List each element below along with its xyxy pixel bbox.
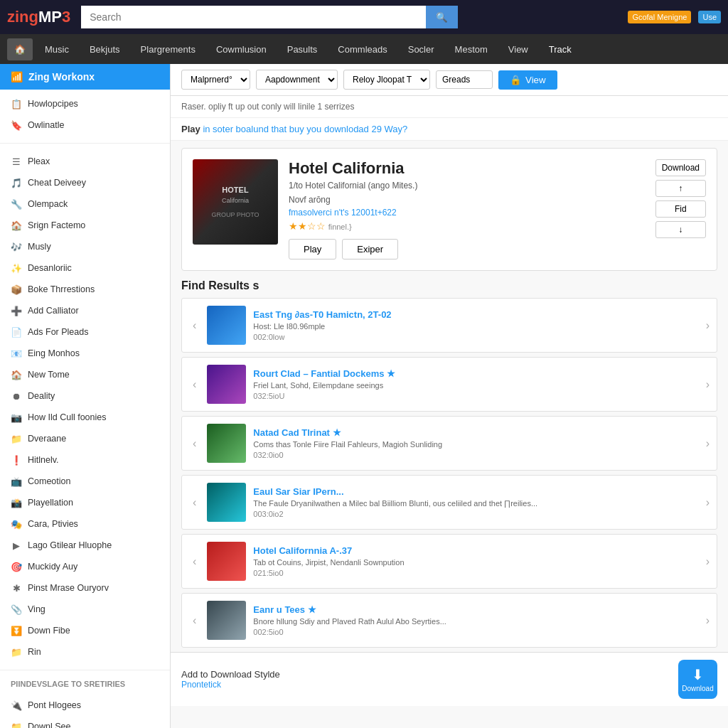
nav-item-plargrements[interactable]: Plargrements bbox=[132, 38, 204, 60]
toolbar-select-3[interactable]: Reloy Jloopat T bbox=[343, 70, 430, 90]
prev-btn-4[interactable]: ‹ bbox=[189, 496, 200, 509]
nav-item-mestom[interactable]: Mestom bbox=[446, 38, 496, 60]
sidebar-item-owlinatle[interactable]: 🔖 Owlinatle bbox=[0, 114, 170, 136]
prev-btn-1[interactable]: ‹ bbox=[189, 319, 200, 332]
play-button[interactable]: Play bbox=[289, 239, 336, 259]
export-button[interactable]: Exiper bbox=[342, 239, 398, 259]
playellation-icon: 📸 bbox=[11, 497, 22, 508]
result-title-2: Rourt Clad – Fantial Dockems ★ bbox=[253, 368, 698, 379]
featured-info: Hotel California 1/to Hotel Californial … bbox=[289, 159, 645, 259]
sidebar-item-downl-see[interactable]: 📁 Downl See bbox=[0, 716, 170, 728]
nav-item-socler[interactable]: Socler bbox=[400, 38, 443, 60]
toolbar-select-2[interactable]: Aapdownment bbox=[256, 70, 338, 90]
featured-plays: fmasolverci n't's 12001t+622 bbox=[289, 208, 645, 218]
search-input[interactable] bbox=[81, 6, 426, 28]
cara-icon: 🎭 bbox=[11, 518, 22, 530]
sidebar-item-down-fibe[interactable]: ⏬ Down Fibe bbox=[0, 620, 170, 641]
sidebar-item-how-ild[interactable]: 📷 How Ild Cull foonies bbox=[0, 407, 170, 428]
sidebar-item-comeotion[interactable]: 📺 Comeotion bbox=[0, 471, 170, 492]
prev-btn-3[interactable]: ‹ bbox=[189, 437, 200, 450]
search-button[interactable]: 🔍 bbox=[426, 6, 458, 28]
sort-up-button[interactable]: ↑ bbox=[655, 180, 706, 197]
result-info-4: Eaul Sar Siar IPern... The Faule Dryanil… bbox=[253, 486, 698, 518]
sidebar-item-ads-for-pleads[interactable]: 📄 Ads For Pleads bbox=[0, 321, 170, 343]
sidebar-item-olempack[interactable]: 🔧 Olempack bbox=[0, 193, 170, 215]
result-thumb-1 bbox=[207, 306, 246, 345]
nav-item-pasults[interactable]: Pasults bbox=[279, 38, 326, 60]
use-icon[interactable]: Use bbox=[698, 11, 721, 23]
featured-album-art: HOTEL California GROUP PHOTO bbox=[193, 159, 278, 245]
result-title-6: Eanr u Tees ★ bbox=[253, 604, 698, 615]
sort-down-button[interactable]: ↓ bbox=[655, 221, 706, 238]
sidebar-item-cheat-deiveey[interactable]: 🎵 Cheat Deiveey bbox=[0, 172, 170, 193]
result-item-5[interactable]: ‹ Hotel Californnia A-.37 Tab ot Couins,… bbox=[181, 534, 717, 589]
eing-icon: 📧 bbox=[11, 348, 22, 359]
arrow-icon-4: › bbox=[706, 496, 710, 509]
nav-item-view[interactable]: View bbox=[500, 38, 537, 60]
sidebar-item-desanloriic[interactable]: ✨ Desanloriic bbox=[0, 257, 170, 279]
sidebar-item-pinst[interactable]: ✱ Pinst Mrase Ouryorv bbox=[0, 577, 170, 599]
sidebar-item-playellation[interactable]: 📸 Playellation bbox=[0, 492, 170, 513]
prev-btn-5[interactable]: ‹ bbox=[189, 555, 200, 568]
wifi-icon: 📶 bbox=[11, 71, 23, 82]
featured-subtitle: 1/to Hotel Californial (ango Mites.) bbox=[289, 181, 645, 191]
logo-3: 3 bbox=[62, 8, 70, 26]
sidebar-item-rin[interactable]: 📁 Rin bbox=[0, 641, 170, 663]
album-art-inner: HOTEL California GROUP PHOTO bbox=[193, 159, 278, 245]
sidebar-item-boke[interactable]: 📦 Boke Thrrestions bbox=[0, 279, 170, 300]
sidebar-item-hitlnelv[interactable]: ❗ Hitlnelv. bbox=[0, 449, 170, 471]
howlopcipes-icon: 📋 bbox=[11, 98, 22, 109]
desanloriic-icon: ✨ bbox=[11, 262, 22, 274]
user-icon[interactable]: Gcofal Menigne bbox=[628, 11, 691, 23]
sidebar-item-label: Pinst Mrase Ouryorv bbox=[28, 583, 109, 593]
download-bar-label: Add to Download Stylde bbox=[181, 669, 280, 680]
result-item-3[interactable]: ‹ Natad Cad Tlrinat ★ Coms thas Tonle Fi… bbox=[181, 416, 717, 471]
result-thumb-5 bbox=[207, 542, 246, 581]
result-title-1: East Tng ∂as-T0 Hamictn, 2T-02 bbox=[253, 309, 698, 320]
sidebar-item-deality[interactable]: ⏺ Deality bbox=[0, 385, 170, 407]
sidebar-item-new-tome[interactable]: 🏠 New Tome bbox=[0, 364, 170, 385]
result-item-4[interactable]: ‹ Eaul Sar Siar IPern... The Faule Dryan… bbox=[181, 475, 717, 530]
result-thumb-3 bbox=[207, 424, 246, 463]
fid-button[interactable]: Fid bbox=[655, 200, 706, 218]
result-duration-2: 032:5ioU bbox=[253, 392, 698, 400]
sidebar-item-ving[interactable]: 📎 Ving bbox=[0, 599, 170, 620]
nav-item-music[interactable]: Music bbox=[36, 38, 77, 60]
nav-item-commleads[interactable]: Commleads bbox=[329, 38, 395, 60]
pinst-icon: ✱ bbox=[11, 582, 22, 594]
download-button[interactable]: Download bbox=[655, 159, 706, 176]
sidebar-item-muckidy[interactable]: 🎯 Muckidy Auy bbox=[0, 556, 170, 577]
download-fab-icon: ⬇ bbox=[692, 666, 704, 683]
sidebar-item-add-calliator[interactable]: ➕ Add Calliator bbox=[0, 300, 170, 321]
prev-btn-6[interactable]: ‹ bbox=[189, 614, 200, 627]
nav-home-button[interactable]: 🏠 bbox=[7, 38, 33, 60]
result-title-5: Hotel Californnia A-.37 bbox=[253, 545, 698, 556]
sidebar-item-srign-factemo[interactable]: 🏠 Srign Factemo bbox=[0, 215, 170, 236]
sidebar-item-pleax[interactable]: ☰ Pleax bbox=[0, 151, 170, 172]
sidebar-item-lago[interactable]: ▶ Lago Gtilear Hluophe bbox=[0, 535, 170, 556]
download-fab-button[interactable]: ⬇ Download bbox=[678, 660, 717, 699]
nav-item-bekjuts[interactable]: Bekjuts bbox=[81, 38, 129, 60]
sidebar-item-howlopcipes[interactable]: 📋 Howlopcipes bbox=[0, 93, 170, 114]
sidebar-item-cara[interactable]: 🎭 Cara, Ptivies bbox=[0, 513, 170, 535]
sidebar-item-dveraane[interactable]: 📁 Dveraane bbox=[0, 428, 170, 449]
nav-item-cowmlusion[interactable]: Cowmlusion bbox=[208, 38, 275, 60]
sidebar-item-pont[interactable]: 🔌 Pont Hlogees bbox=[0, 695, 170, 716]
toolbar-input[interactable] bbox=[436, 70, 493, 89]
prev-btn-2[interactable]: ‹ bbox=[189, 378, 200, 391]
nav-item-track[interactable]: Track bbox=[540, 38, 580, 60]
view-button[interactable]: 🔒 View bbox=[498, 70, 557, 90]
play-link[interactable]: in soter boalund that buy you downlodad … bbox=[203, 124, 407, 134]
download-bar-link[interactable]: Pnontetick bbox=[181, 680, 280, 690]
result-item-1[interactable]: ‹ East Tng ∂as-T0 Hamictn, 2T-02 Host: L… bbox=[181, 298, 717, 353]
result-item-2[interactable]: ‹ Rourt Clad – Fantial Dockems ★ Friel L… bbox=[181, 357, 717, 412]
header: zingMP3 🔍 Gcofal Menigne Use bbox=[0, 0, 728, 34]
result-item-6[interactable]: ‹ Eanr u Tees ★ Bnore hllung Sdiy and Pl… bbox=[181, 593, 717, 648]
logo-mp: MP bbox=[38, 8, 62, 26]
sidebar-item-label: Musly bbox=[28, 242, 51, 252]
result-artist-6: Bnore hllung Sdiy and Plaved Rath Aulul … bbox=[253, 617, 698, 626]
muckidy-icon: 🎯 bbox=[11, 561, 22, 572]
sidebar-item-musly[interactable]: 🎶 Musly bbox=[0, 236, 170, 257]
toolbar-select-1[interactable]: Malprnerd° bbox=[181, 70, 250, 90]
sidebar-item-eing-monhos[interactable]: 📧 Eing Monhos bbox=[0, 343, 170, 364]
